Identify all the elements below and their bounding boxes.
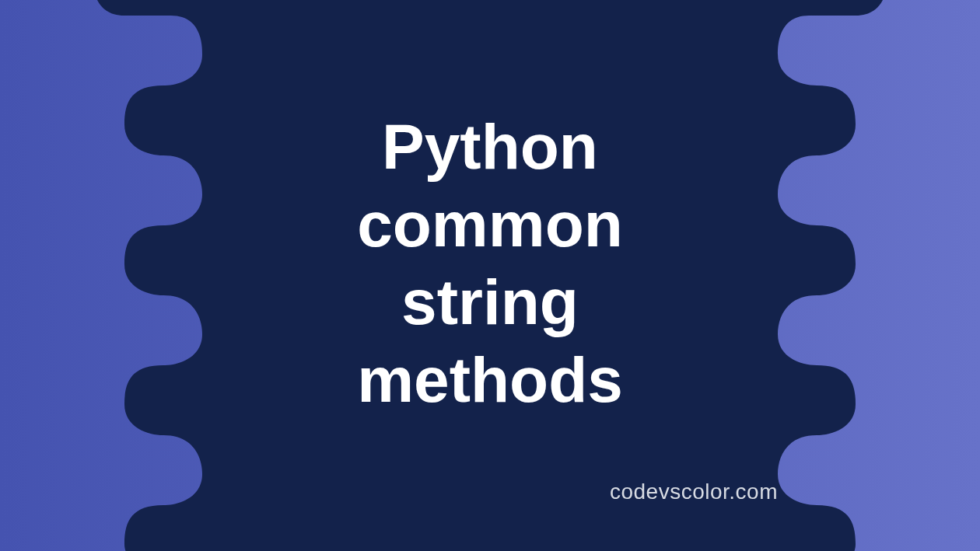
title-line-3: string xyxy=(401,266,579,337)
title-line-1: Python xyxy=(382,110,598,181)
promo-banner: Python common string methods codevscolor… xyxy=(0,0,980,551)
attribution-text: codevscolor.com xyxy=(610,480,778,504)
title-line-4: methods xyxy=(357,344,623,415)
banner-title: Python common string methods xyxy=(357,107,623,418)
title-line-2: common xyxy=(357,188,623,259)
